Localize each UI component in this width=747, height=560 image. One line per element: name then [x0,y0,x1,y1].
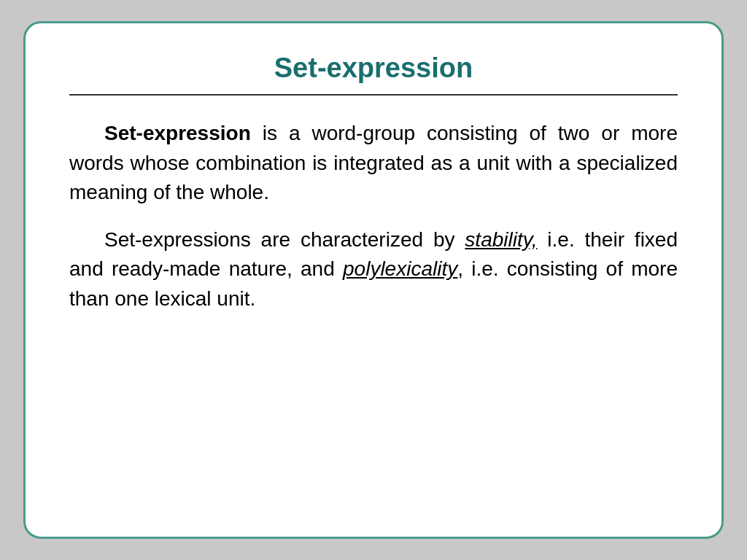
paragraph-1: Set-expression is a word-group consistin… [69,119,678,208]
stability-term: stability, [465,228,537,251]
paragraph-2: Set-expressions are characterized by sta… [69,225,678,314]
slide-card: Set-expression Set-expression is a word-… [23,21,724,539]
paragraph-2-part1: Set-expressions are characterized by [104,228,465,251]
polylexicality-term: polylexicality [343,257,457,280]
bold-term-set-expression: Set-expression [104,122,251,144]
slide-title: Set-expression [69,52,678,96]
slide-body: Set-expression is a word-group consistin… [69,119,678,314]
